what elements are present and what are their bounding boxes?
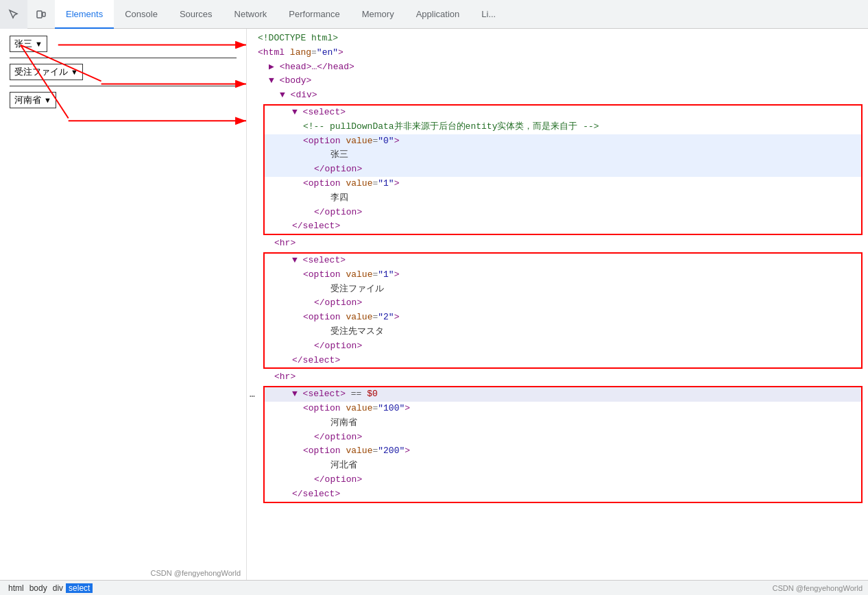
svg-rect-0 [37, 11, 42, 18]
code-line-juchufairu: 受注ファイル [265, 282, 861, 297]
code-line-select3-open: ▼ <select> == $0 [265, 387, 861, 402]
red-box-select2: ▼ <select> <option value = "1" > 受注ファイル … [263, 252, 863, 369]
code-line-zhangsan: 张三 [265, 148, 861, 162]
code-line-select2-open: ▼ <select> [265, 254, 861, 268]
code-line-hebei-close: </option> [265, 473, 861, 487]
code-line-select1-open: ▼ <select> [265, 106, 861, 120]
inspect-icon[interactable] [0, 0, 27, 29]
code-line-juchusaki: 受注先マスタ [265, 325, 861, 339]
code-line-option0-open: <option value = "0" > [265, 134, 861, 149]
code-line-html: <html lang = "en" > [247, 46, 868, 60]
tab-application[interactable]: Application [405, 0, 471, 29]
code-line-select1-close: </select> [265, 219, 861, 234]
breadcrumb-select[interactable]: select [66, 583, 93, 593]
chevron-down-icon: ▼ [35, 40, 43, 48]
arrows-overlay [0, 29, 246, 580]
tab-sources[interactable]: Sources [169, 0, 224, 29]
code-line-body: ▼ <body> [247, 74, 868, 88]
devtools-tab-bar: Elements Console Sources Network Perform… [0, 0, 868, 29]
code-line-option-juchu1-open: <option value = "1" > [265, 268, 861, 282]
ellipsis-button[interactable]: … [247, 386, 263, 402]
breadcrumb-div[interactable]: div [50, 583, 66, 593]
tab-performance[interactable]: Performance [278, 0, 350, 29]
watermark-text: CSDN @fengyehongWorld [773, 584, 863, 592]
code-line-select2-close: </select> [265, 354, 861, 368]
code-line-juchu1-close: </option> [265, 296, 861, 311]
select-juchu[interactable]: 受注ファイル ▼ [10, 64, 83, 80]
code-line-option-juchu2-open: <option value = "2" > [265, 311, 861, 325]
tab-more[interactable]: Li... [470, 0, 507, 29]
svg-rect-1 [43, 12, 45, 16]
watermark: CSDN @fengyehongWorld [151, 569, 241, 577]
red-box-select3: ▼ <select> == $0 <option value = "100" >… [263, 386, 863, 502]
code-line-option-henan-open: <option value = "100" > [265, 402, 861, 416]
tab-elements[interactable]: Elements [55, 0, 114, 29]
code-line-head: ▶ <head>…</head> [247, 60, 868, 75]
select-henan[interactable]: 河南省 ▼ [10, 92, 56, 108]
main-area: 张三 ▼ 受注ファイル ▼ 河南省 ▼ [0, 29, 868, 580]
divider-2 [10, 86, 237, 86]
code-line-lisi: 李四 [265, 191, 861, 206]
tab-memory[interactable]: Memory [351, 0, 405, 29]
breadcrumb-bar: html body div select CSDN @fengyehongWor… [0, 580, 868, 595]
code-line-henan-close: </option> [265, 430, 861, 445]
left-preview-pane: 张三 ▼ 受注ファイル ▼ 河南省 ▼ [0, 29, 247, 580]
code-line-select3-close: </select> [265, 487, 861, 502]
chevron-down-icon-2: ▼ [71, 68, 78, 76]
breadcrumb-html[interactable]: html [5, 583, 27, 593]
code-line-juchu2-close: </option> [265, 339, 861, 354]
code-line-doctype: <!DOCTYPE html> [247, 32, 868, 46]
code-line-hr2: <hr> [247, 370, 868, 385]
device-toolbar-icon[interactable] [27, 0, 55, 29]
code-line-henan: 河南省 [265, 416, 861, 430]
code-line-option1-open: <option value = "1" > [265, 177, 861, 191]
divider-1 [10, 58, 237, 58]
tab-console[interactable]: Console [114, 0, 169, 29]
tab-network[interactable]: Network [224, 0, 278, 29]
code-line-option0-close: </option> [265, 162, 861, 177]
select-zhangsan[interactable]: 张三 ▼ [10, 36, 47, 52]
code-line-comment1: <!-- pullDownData并非来源于后台的entity实体类，而是来自于… [265, 120, 861, 134]
select3-row: … ▼ <select> == $0 <option value = "100"… [247, 386, 863, 502]
code-line-hr1: <hr> [247, 236, 868, 251]
code-line-div: ▼ <div> [247, 88, 868, 103]
code-line-option1-close: </option> [265, 206, 861, 220]
code-line-hebei: 河北省 [265, 459, 861, 473]
breadcrumb-body[interactable]: body [27, 583, 50, 593]
red-box-select1: ▼ <select> <!-- pullDownData并非来源于后台的enti… [263, 104, 863, 235]
chevron-down-icon-3: ▼ [44, 96, 51, 104]
right-code-pane[interactable]: <!DOCTYPE html> <html lang = "en" > ▶ <h… [247, 29, 868, 580]
code-line-option-hebei-open: <option value = "200" > [265, 444, 861, 459]
